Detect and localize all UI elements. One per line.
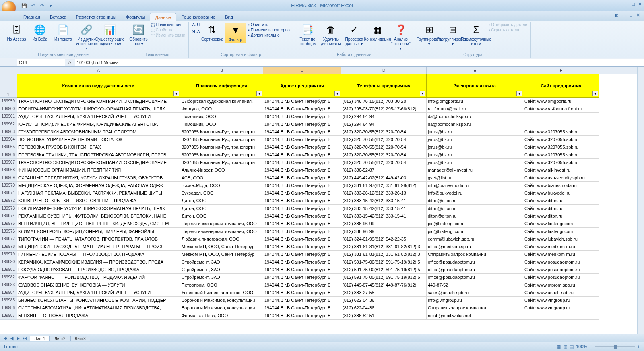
filter-option[interactable]: ▪ Применить повторно <box>248 28 290 32</box>
cell[interactable]: ФИНАНСОВЫЕ ОРГАНИЗАЦИИ, ПРЕДПРИЯТИЯ <box>17 166 180 174</box>
tab-Главная[interactable]: Главная <box>19 13 45 21</box>
cell[interactable]: (812) 333-27-55 <box>341 289 427 297</box>
cell[interactable]: jarus@bk.ru <box>427 128 523 136</box>
cell[interactable]: Дитон, ООО <box>180 205 263 212</box>
undo-icon[interactable]: ↶ <box>30 2 36 9</box>
cell[interactable]: info@bukvodel.ru <box>427 189 523 197</box>
row-header[interactable]: 139985 <box>0 297 17 304</box>
row-header[interactable]: 139967 <box>0 159 17 166</box>
sort-za-button[interactable]: Я↓А <box>192 29 200 34</box>
cell[interactable]: КЕРАМИКА, КЕРАМИЧЕСКИЕ ИЗДЕЛИЯ — ПРОИЗВО… <box>17 258 180 266</box>
cell[interactable]: diton@diton.ru <box>427 205 523 212</box>
cell[interactable]: gvet@list.ru <box>427 174 523 182</box>
cell[interactable]: АСБ, ООО <box>180 174 263 182</box>
cell[interactable]: info@vmgroup.ru <box>427 297 523 304</box>
cell[interactable]: 194044,В г.В Санкт-Петербург, Б <box>263 113 341 120</box>
row-header[interactable]: 139959 <box>0 98 17 105</box>
row-header[interactable]: 139966 <box>0 151 17 159</box>
cell[interactable]: jarus@bk.ru <box>427 136 523 143</box>
minimize-ribbon-icon[interactable]: ─ <box>623 12 626 18</box>
row-header[interactable]: 139979 <box>0 251 17 258</box>
table-header-cell[interactable]: Телефоны предприятия▾ <box>341 74 427 98</box>
cell[interactable]: 194044,В г.В Санкт-Петербург, Б <box>263 166 341 174</box>
cell[interactable]: da@pomochnikspb.ru <box>427 113 523 120</box>
select-all-corner[interactable] <box>0 67 17 74</box>
cell[interactable] <box>523 120 599 128</box>
datatool-button[interactable]: ❓Анализ "что-если" ▾ <box>390 23 412 51</box>
cell[interactable]: 194044,В г.В Санкт-Петербург, Б <box>263 235 341 243</box>
cell[interactable] <box>523 113 599 120</box>
cell[interactable]: (812) 331-61-97(812) 331-61-98(812) <box>341 182 427 189</box>
filter-dropdown-icon[interactable]: ▾ <box>592 91 598 96</box>
cell[interactable]: 3207055 Компания-Рус, транспортн <box>180 136 263 143</box>
cell[interactable]: (812) 320-70-55(812) 320-70-54 <box>341 136 427 143</box>
row-header[interactable]: 1 <box>0 74 17 98</box>
cell[interactable]: КОНВЕРТЫ, ОТКРЫТКИ — ИЗГОТОВЛЕНИЕ, ПРОДА… <box>17 197 180 205</box>
cell[interactable]: Стройремонт, ЗАО <box>180 266 263 274</box>
cell[interactable]: СИСТЕМЫ АВТОМАТИЗАЦИИ: АВТОМАТИЗАЦИЯ ПРО… <box>17 304 180 312</box>
outline-button[interactable]: ΣПромежуточные итоги <box>465 23 487 47</box>
cell[interactable]: Сайт: www.posudaoptom.ru <box>523 274 599 281</box>
cell[interactable]: Сайт: www.firstengi.com <box>523 220 599 228</box>
tab-Рецензирование[interactable]: Рецензирование <box>176 13 220 21</box>
cell[interactable]: office@posudaoptom.ru <box>427 266 523 274</box>
cell[interactable]: 3207055 Компания-Рус, транспортн <box>180 128 263 136</box>
filter-dropdown-icon[interactable]: ▾ <box>516 91 522 96</box>
cell[interactable]: 194044,В г.В Санкт-Петербург, Б <box>263 189 341 197</box>
row-header[interactable]: 139963 <box>0 128 17 136</box>
tab-Вставка[interactable]: Вставка <box>45 13 71 21</box>
cell[interactable]: (812) 320-70-55(812) 320-70-54 <box>341 151 427 159</box>
tab-Разметка страницы[interactable]: Разметка страницы <box>71 13 121 21</box>
cell[interactable]: diton@diton.ru <box>427 212 523 220</box>
cell[interactable]: Помощник, ООО <box>180 113 263 120</box>
datatool-button[interactable]: 🗑Удалить дубликаты <box>320 23 342 47</box>
cell[interactable]: 194044,В г.В Санкт-Петербург, Б <box>263 304 341 312</box>
cell[interactable]: Стройремонт, ЗАО <box>180 258 263 266</box>
row-header[interactable]: 139964 <box>0 136 17 143</box>
cell[interactable]: Дитон, ООО <box>180 197 263 205</box>
cell[interactable]: Сайт: www.bukvodel.ru <box>523 189 599 197</box>
filter-button[interactable]: ▼ Фильтр <box>225 23 246 43</box>
row-header[interactable]: 139970 <box>0 182 17 189</box>
cell[interactable]: jarus@bk.ru <box>427 151 523 159</box>
datatool-button[interactable]: ▦Консолидация <box>367 23 388 42</box>
cell[interactable]: (812) 324-61-99(812) 542-22-35 <box>341 235 427 243</box>
maximize-icon[interactable]: □ <box>632 2 635 7</box>
cell[interactable]: Сайт: www.omgports.ru <box>523 98 599 105</box>
cell[interactable]: (812) 320-70-55(812) 320-70-54 <box>341 143 427 151</box>
cell[interactable]: manager@all-invest.ru <box>427 166 523 174</box>
cell[interactable]: 3207055 Компания-Рус, транспортн <box>180 159 263 166</box>
row-header[interactable]: 139978 <box>0 243 17 251</box>
cell[interactable]: 194044,В г.В Санкт-Петербург, Б <box>263 151 341 159</box>
cell[interactable]: Сайт: www.posudaoptom.ru <box>523 266 599 274</box>
cell[interactable]: АУДИТОРЫ, БУХГАЛТЕРЫ, БУХГАЛТЕРСКИЙ УЧЕТ… <box>17 289 180 297</box>
sort-button[interactable]: ⇅ Сортировка <box>201 23 223 42</box>
cell[interactable]: Воронов и Максимов, консультации <box>180 297 263 304</box>
cell[interactable]: БЕНЗИН — ОПТОВАЯ ПРОДАЖА <box>17 312 180 320</box>
sheet-nav-last[interactable]: ⏭ <box>22 336 27 341</box>
cell[interactable]: 194044,В г.В Санкт-Петербург, Б <box>263 266 341 274</box>
cell[interactable]: ПЕРЕВОЗКА ГРУЗОВ В КОНТЕЙНЕРАХ <box>17 143 180 151</box>
row-header[interactable]: 139960 <box>0 105 17 113</box>
column-header-B[interactable]: B <box>180 67 263 74</box>
cell[interactable]: (812) 622-04-36 <box>341 304 427 312</box>
cell[interactable]: Сайт: www.vmgroup.ru <box>523 297 599 304</box>
tab-Формулы[interactable]: Формулы <box>121 13 150 21</box>
cell[interactable]: (812) 294-64-94 <box>341 113 427 120</box>
cell[interactable]: (812) 333-15-42(812) 333-15-41 <box>341 197 427 205</box>
cell[interactable]: Выборгская судоходная компания, <box>180 98 263 105</box>
cell[interactable]: Форма Тэк Нева, ООО <box>180 312 263 320</box>
cell[interactable]: (812) 331-61-81(812) 331-61-82(812) 3 <box>341 243 427 251</box>
outline-button[interactable]: ⊟Разгруппировать ▾ <box>442 23 464 47</box>
cell[interactable]: diton@diton.ru <box>427 197 523 205</box>
row-header[interactable]: 139980 <box>0 258 17 266</box>
cell[interactable]: 194044,В г.В Санкт-Петербург, Б <box>263 197 341 205</box>
ext-data-button[interactable]: 📄Из текста <box>52 23 74 42</box>
cell[interactable]: (812) 336-52-87 <box>341 166 427 174</box>
cell[interactable]: comm@lubavich.spb.ru <box>427 235 523 243</box>
cell[interactable]: КЛИМАТ-КОНТРОЛЬ: КОНДИЦИОНЕРЫ, ЧИЛЛЕРЫ, … <box>17 228 180 235</box>
cell[interactable]: Сайт: www.3207055.spb.ru <box>523 159 599 166</box>
cell[interactable]: Сайт: www.firstengi.com <box>523 228 599 235</box>
cell[interactable]: Медком-МП, ООО, Санкт-Петербур <box>180 243 263 251</box>
view-break-icon[interactable]: ▤ <box>570 344 574 349</box>
